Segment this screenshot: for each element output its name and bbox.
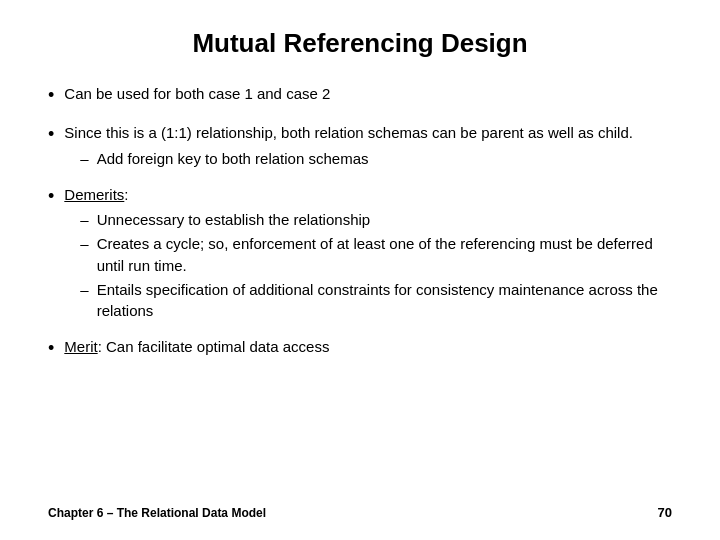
bullet-text-2: Since this is a (1:1) relationship, both… (64, 122, 672, 170)
bullet4-prefix: Merit (64, 338, 97, 355)
sub-item-3-1: – Unnecessary to establish the relations… (64, 209, 672, 231)
bullet-text-1: Can be used for both case 1 and case 2 (64, 83, 672, 105)
slide-footer: Chapter 6 – The Relational Data Model 70 (48, 501, 672, 520)
footer-page-number: 70 (658, 505, 672, 520)
content-area: • Can be used for both case 1 and case 2… (48, 83, 672, 491)
bullet-dot-2: • (48, 122, 54, 147)
bullet-dot-1: • (48, 83, 54, 108)
bullet-text-3: Demerits: – Unnecessary to establish the… (64, 184, 672, 323)
bullet3-prefix: Demerits (64, 186, 124, 203)
sub-dash: – (80, 148, 88, 170)
slide-title: Mutual Referencing Design (48, 28, 672, 59)
sub-item-2-1: – Add foreign key to both relation schem… (64, 148, 672, 170)
bullet-item-4: • Merit: Can facilitate optimal data acc… (48, 336, 672, 361)
sub-item-3-3: – Entails specification of additional co… (64, 279, 672, 323)
sub-item-3-2: – Creates a cycle; so, enforcement of at… (64, 233, 672, 277)
bullet-dot-4: • (48, 336, 54, 361)
bullet-text-4: Merit: Can facilitate optimal data acces… (64, 336, 672, 358)
bullet-item-1: • Can be used for both case 1 and case 2 (48, 83, 672, 108)
sub-items-2: – Add foreign key to both relation schem… (64, 148, 672, 170)
sub-dash: – (80, 209, 88, 231)
sub-dash: – (80, 279, 88, 301)
footer-chapter: Chapter 6 – The Relational Data Model (48, 506, 266, 520)
sub-dash: – (80, 233, 88, 255)
bullet-item-2: • Since this is a (1:1) relationship, bo… (48, 122, 672, 170)
bullet-dot-3: • (48, 184, 54, 209)
slide: Mutual Referencing Design • Can be used … (0, 0, 720, 540)
sub-items-3: – Unnecessary to establish the relations… (64, 209, 672, 322)
bullet-item-3: • Demerits: – Unnecessary to establish t… (48, 184, 672, 323)
